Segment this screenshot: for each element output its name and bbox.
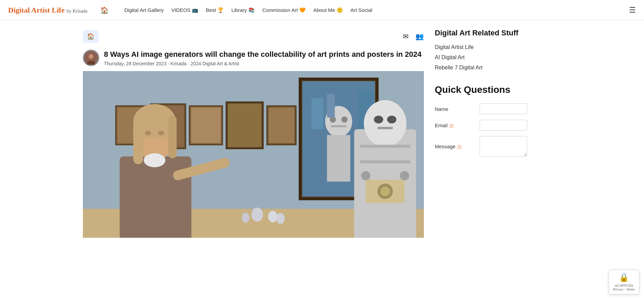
- meta-sep1: ·: [168, 61, 171, 66]
- article-author: Krisada: [171, 61, 186, 66]
- nav-link-digital-art-gallery[interactable]: Digital Art Gallery: [122, 5, 166, 15]
- sidebar-related-link[interactable]: Rebelle 7 Digital Art: [435, 65, 483, 70]
- svg-point-35: [242, 213, 250, 223]
- svg-rect-25: [327, 135, 350, 182]
- svg-point-55: [361, 171, 370, 180]
- article-header: 8 Ways AI image generators will change t…: [83, 50, 424, 66]
- article: 8 Ways AI image generators will change t…: [83, 50, 424, 238]
- nav-home-link[interactable]: 🏠: [97, 4, 112, 16]
- svg-rect-54: [360, 160, 410, 163]
- svg-point-59: [380, 186, 390, 196]
- sidebar-related-title: Digital Art Related Stuff: [435, 29, 553, 37]
- hamburger-menu[interactable]: ☰: [629, 6, 636, 15]
- name-label: Name: [435, 106, 476, 112]
- sidebar-quick-questions-section: Quick Questions Name Email (!) Message (…: [435, 84, 553, 156]
- svg-point-50: [374, 116, 383, 123]
- svg-point-51: [387, 116, 396, 123]
- toolbar: 🏠 ✉ 👥: [83, 26, 424, 47]
- svg-rect-52: [377, 127, 393, 129]
- logo-sub: by Krisada: [67, 9, 87, 14]
- email-input[interactable]: [480, 120, 527, 131]
- nav-link-about-me[interactable]: About Me 🙂: [310, 5, 345, 15]
- site-logo[interactable]: Digital Artist Life by Krisada: [8, 6, 87, 15]
- main-nav: Digital Artist Life by Krisada 🏠 Digital…: [0, 0, 644, 20]
- nav-link-videos[interactable]: VIDEOS 📺: [168, 5, 201, 15]
- svg-point-45: [158, 131, 164, 135]
- nav-link-commission-art[interactable]: Commission Art 🧡: [260, 5, 308, 15]
- toolbar-icons: ✉ 👥: [403, 32, 424, 40]
- svg-point-49: [364, 100, 407, 147]
- article-title: 8 Ways AI image generators will change t…: [104, 50, 422, 60]
- svg-point-1: [89, 54, 93, 59]
- sidebar-related-link[interactable]: Digital Artist Life: [435, 44, 474, 50]
- message-field-row: Message (!): [435, 136, 553, 156]
- svg-rect-17: [191, 107, 221, 143]
- svg-rect-31: [327, 94, 335, 117]
- svg-rect-28: [331, 125, 346, 127]
- svg-point-27: [341, 116, 347, 122]
- email-field-row: Email (!): [435, 120, 553, 131]
- svg-point-36: [276, 213, 285, 224]
- article-category: 2024 Digital Art & Artist: [191, 61, 239, 66]
- nav-link-art-social[interactable]: Art Social: [348, 5, 375, 15]
- message-textarea[interactable]: [480, 136, 527, 156]
- sidebar: Digital Art Related Stuff Digital Artist…: [429, 20, 558, 243]
- svg-rect-19: [228, 103, 262, 147]
- svg-point-47: [144, 153, 165, 167]
- nav-links-list: Digital Art GalleryVIDEOS 📺Best 🏆Library…: [122, 7, 620, 13]
- name-field-row: Name: [435, 103, 553, 114]
- svg-point-34: [268, 211, 277, 222]
- article-meta-info: Thursday, 28 December 2023 · Krisada · 2…: [104, 61, 422, 66]
- sidebar-related-link[interactable]: AI Digital Art: [435, 54, 465, 60]
- home-button[interactable]: 🏠: [83, 30, 99, 43]
- email-icon[interactable]: ✉: [403, 32, 409, 40]
- avatar: [83, 50, 99, 66]
- message-required: (!): [458, 145, 461, 149]
- svg-point-32: [251, 207, 263, 221]
- message-label: Message (!): [435, 144, 476, 149]
- article-date: Thursday, 28 December 2023: [104, 61, 166, 66]
- email-label: Email (!): [435, 122, 476, 128]
- svg-rect-42: [133, 117, 143, 164]
- svg-rect-43: [168, 116, 177, 159]
- svg-rect-53: [360, 145, 410, 148]
- svg-rect-38: [120, 156, 191, 237]
- svg-point-44: [145, 131, 151, 135]
- meta-sep2: ·: [188, 61, 191, 66]
- main-content: 🏠 ✉ 👥 8 Ways AI image generators will ch…: [83, 20, 429, 243]
- quick-questions-title: Quick Questions: [435, 84, 553, 95]
- users-icon[interactable]: 👥: [415, 32, 424, 40]
- article-meta: 8 Ways AI image generators will change t…: [104, 50, 422, 66]
- svg-point-56: [400, 171, 409, 180]
- page-container: 🏠 ✉ 👥 8 Ways AI image generators will ch…: [77, 20, 567, 243]
- svg-rect-21: [268, 107, 294, 143]
- sidebar-related-links: Digital Artist LifeAI Digital ArtRebelle…: [435, 44, 553, 71]
- featured-image: [83, 71, 424, 238]
- svg-rect-29: [311, 98, 323, 129]
- nav-link-library[interactable]: Library 📚: [229, 5, 257, 15]
- logo-main: Digital Artist Life: [8, 6, 65, 15]
- email-required: (!): [450, 123, 453, 128]
- nav-link-best[interactable]: Best 🏆: [203, 5, 227, 15]
- name-input[interactable]: [480, 103, 527, 114]
- sidebar-related-section: Digital Art Related Stuff Digital Artist…: [435, 29, 553, 71]
